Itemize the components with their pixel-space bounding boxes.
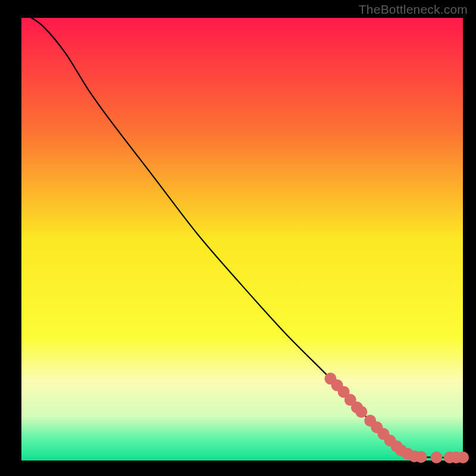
chart-svg [0, 0, 476, 476]
bottleneck-chart: TheBottleneck.com [0, 0, 476, 476]
watermark-text: TheBottleneck.com [359, 2, 468, 17]
data-marker [355, 406, 367, 418]
gradient-background [21, 18, 463, 461]
data-marker [457, 452, 469, 464]
data-marker [415, 451, 427, 463]
data-marker [430, 452, 442, 464]
